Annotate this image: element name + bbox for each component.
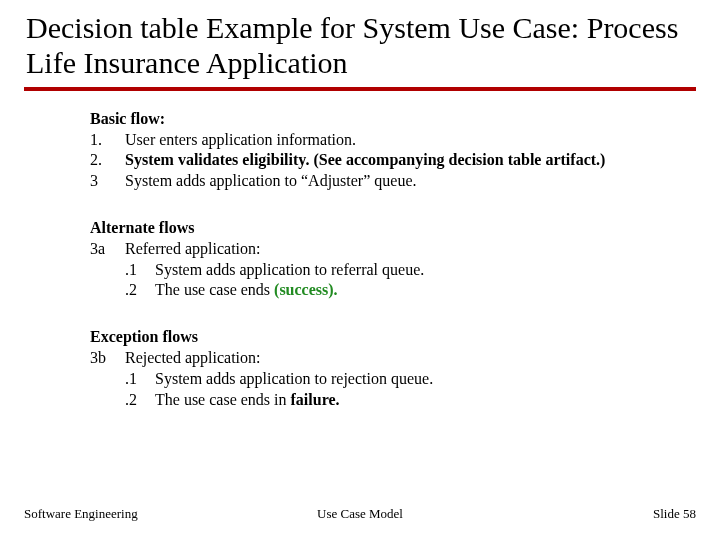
list-item: 3b Rejected application: <box>90 348 696 369</box>
item-number: 1. <box>90 130 125 151</box>
indent <box>90 369 125 390</box>
list-item: 3a Referred application: <box>90 239 696 260</box>
list-item: .2 The use case ends in failure. <box>90 390 696 411</box>
footer-center: Use Case Model <box>248 506 472 522</box>
alternate-flows-section: Alternate flows 3a Referred application:… <box>90 218 696 301</box>
subitem-number: .1 <box>125 260 155 281</box>
item-number: 3 <box>90 171 125 192</box>
item-number: 3b <box>90 348 125 369</box>
footer-right: Slide 58 <box>472 506 696 522</box>
indent <box>90 390 125 411</box>
title-rule <box>24 87 696 91</box>
list-item: .2 The use case ends (success). <box>90 280 696 301</box>
list-item: .1 System adds application to rejection … <box>90 369 696 390</box>
list-item: .1 System adds application to referral q… <box>90 260 696 281</box>
subitem-text: System adds application to referral queu… <box>155 260 696 281</box>
exception-flows-section: Exception flows 3b Rejected application:… <box>90 327 696 410</box>
item-text: Referred application: <box>125 239 696 260</box>
footer: Software Engineering Use Case Model Slid… <box>0 506 720 522</box>
item-number: 3a <box>90 239 125 260</box>
item-text: Rejected application: <box>125 348 696 369</box>
basic-flow-heading: Basic flow: <box>90 109 696 130</box>
indent <box>90 260 125 281</box>
subitem-prefix: The use case ends <box>155 281 274 298</box>
success-label: (success). <box>274 281 338 298</box>
slide: Decision table Example for System Use Ca… <box>0 0 720 540</box>
subitem-number: .2 <box>125 390 155 411</box>
subitem-text: System adds application to rejection que… <box>155 369 696 390</box>
item-number: 2. <box>90 150 125 171</box>
list-item: 3 System adds application to “Adjuster” … <box>90 171 696 192</box>
indent <box>90 280 125 301</box>
list-item: 2. System validates eligibility. (See ac… <box>90 150 696 171</box>
exception-flows-heading: Exception flows <box>90 327 696 348</box>
subitem-text: The use case ends (success). <box>155 280 696 301</box>
item-text: System validates eligibility. (See accom… <box>125 150 696 171</box>
subitem-text: The use case ends in failure. <box>155 390 696 411</box>
basic-flow-section: Basic flow: 1. User enters application i… <box>90 109 696 192</box>
subitem-number: .2 <box>125 280 155 301</box>
item-text: User enters application information. <box>125 130 696 151</box>
subitem-number: .1 <box>125 369 155 390</box>
item-text: System adds application to “Adjuster” qu… <box>125 171 696 192</box>
page-title: Decision table Example for System Use Ca… <box>24 10 696 81</box>
alternate-flows-heading: Alternate flows <box>90 218 696 239</box>
subitem-prefix: The use case ends in <box>155 391 291 408</box>
slide-body: Basic flow: 1. User enters application i… <box>24 109 696 411</box>
footer-left: Software Engineering <box>24 506 248 522</box>
failure-label: failure. <box>291 391 340 408</box>
list-item: 1. User enters application information. <box>90 130 696 151</box>
